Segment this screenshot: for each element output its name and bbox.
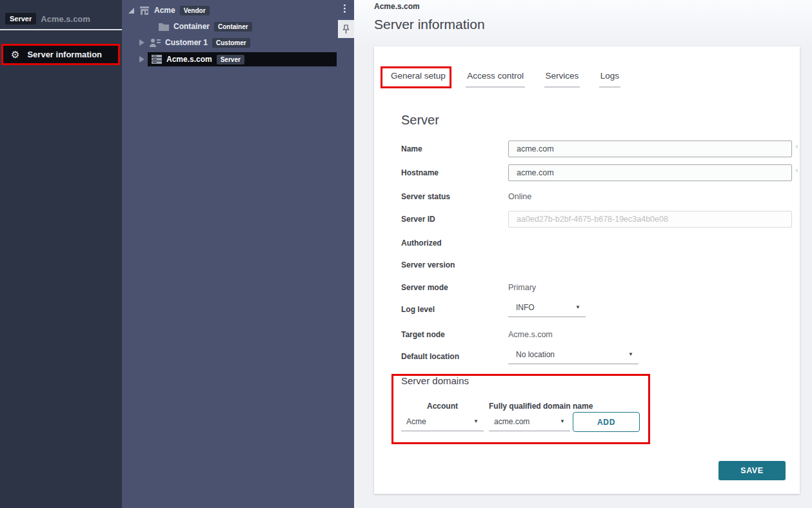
tab-logs[interactable]: Logs [599,71,620,88]
server-domains-title: Server domains [401,375,469,386]
server-icon [152,55,162,64]
field-label: Default location [401,349,504,364]
sidebar-header: Server Acme.s.com [0,0,122,30]
field-label: Authorized [401,239,504,248]
server-information-card: General setup Access control Services Lo… [374,46,800,494]
fqdn-value: acme.com [494,417,530,426]
customer-person-icon [150,38,161,47]
sidebar-server-name: Acme.s.com [41,14,90,24]
form-row-target-node: Target node Acme.s.com [401,330,792,340]
chevron-down-icon: ▼ [560,417,565,424]
target-node-value: Acme.s.com [508,330,553,339]
tree-item-server-selected[interactable]: Acme.s.com Server [122,52,354,66]
tree-item-label: Acme.s.com [166,55,212,64]
account-dropdown[interactable]: Acme ▼ [401,416,484,431]
tree-item-container[interactable]: Container Container [159,19,252,34]
section-title-server: Server [401,113,439,128]
save-button[interactable]: SAVE [718,461,786,480]
tab-bar: General setup Access control Services Lo… [390,70,637,88]
server-mode-value: Primary [508,283,536,292]
chevron-down-icon: ▼ [575,303,580,310]
sidebar-item-label: Server information [27,50,102,59]
field-label: Hostname [401,164,504,181]
form-row-log-level: Log level INFO ▼ [401,302,792,317]
gear-icon: ⚙ [11,50,19,59]
page-title: Server information [374,17,485,32]
form-row-server-id: Server ID [401,211,792,228]
tree-item-vendor[interactable]: Acme Vendor [128,3,210,17]
chevron-down-icon: ▼ [628,350,633,357]
form-row-server-mode: Server mode Primary [401,283,792,293]
field-label: Server version [401,260,504,269]
log-level-dropdown[interactable]: INFO ▼ [508,302,586,317]
add-domain-button[interactable]: ADD [573,412,640,432]
field-label: Log level [401,302,504,317]
tab-access-control[interactable]: Access control [466,71,525,88]
field-label: Server mode [401,283,504,292]
collapse-arrow-icon[interactable] [139,56,144,63]
form-row-name: Name * [401,141,792,157]
navigation-tree-panel: Acme Vendor Container Container Customer… [122,0,354,508]
fqdn-column-header: Fully qualified domain name [489,402,593,411]
log-level-value: INFO [516,303,535,312]
server-status-value: Online [508,192,531,201]
collapse-arrow-icon[interactable] [139,39,144,46]
tree-item-type-badge: Vendor [180,6,210,15]
folder-icon [159,23,169,31]
tree-item-type-badge: Server [217,55,244,64]
tree-item-label: Acme [154,6,175,15]
tree-item-label: Customer 1 [165,38,208,47]
left-sidebar: Server Acme.s.com ⚙ Server information [0,0,122,508]
server-type-badge: Server [5,13,36,24]
vendor-store-icon [139,6,150,15]
default-location-dropdown[interactable]: No location ▼ [508,349,639,364]
form-row-authorized: Authorized [401,239,792,249]
field-label: Name [401,141,504,157]
selected-tree-row[interactable]: Acme.s.com Server [148,52,337,66]
form-row-default-location: Default location No location ▼ [401,349,792,364]
tree-item-label: Container [173,22,210,31]
kebab-menu-icon[interactable]: ⋮ [340,3,350,14]
tree-item-type-badge: Container [214,22,252,32]
form-row-server-version: Server version [401,260,792,271]
required-asterisk: * [795,144,798,153]
tree-item-type-badge: Customer [212,38,250,48]
sidebar-item-server-information[interactable]: ⚙ Server information [1,44,120,65]
fqdn-dropdown[interactable]: acme.com ▼ [489,416,570,431]
chevron-down-icon: ▼ [473,417,479,424]
hostname-input[interactable] [508,164,792,181]
form-row-hostname: Hostname * [401,164,792,181]
tab-services[interactable]: Services [544,71,580,88]
field-label: Server status [401,192,504,201]
account-column-header: Account [401,402,484,411]
tree-item-customer[interactable]: Customer 1 Customer [139,35,250,50]
account-value: Acme [406,417,426,426]
form-row-server-status: Server status Online [401,192,792,202]
name-input[interactable] [508,141,792,157]
pin-panel-button[interactable] [338,20,354,38]
required-asterisk: * [795,168,798,177]
server-id-input [508,211,792,228]
default-location-value: No location [516,350,555,359]
breadcrumb: Acme.s.com [374,2,420,11]
field-label: Target node [401,330,504,339]
pin-icon [342,24,350,34]
expand-arrow-icon[interactable] [128,8,134,14]
tab-general-setup[interactable]: General setup [390,71,447,88]
field-label: Server ID [401,211,504,228]
